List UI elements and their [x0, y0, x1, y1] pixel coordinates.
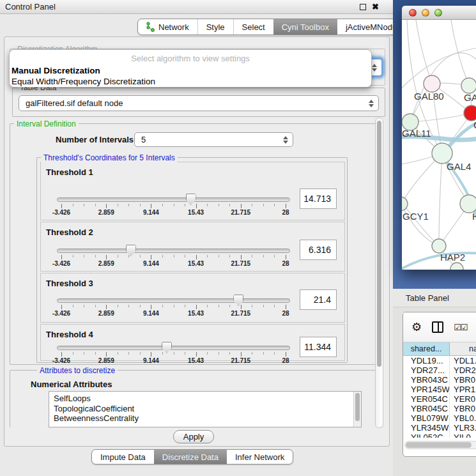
network-node[interactable]: [432, 239, 446, 253]
table-row[interactable]: YLR345WYLR3...: [403, 423, 476, 433]
tab-cyni-toolbox[interactable]: Cyni Toolbox: [273, 19, 337, 35]
table-horizontal-scrollbar[interactable]: [404, 441, 476, 449]
tick-mark: [174, 204, 174, 206]
network-edge[interactable]: [416, 20, 432, 84]
table-header-row: shared... na...: [403, 342, 476, 356]
slider-thumb[interactable]: [162, 342, 172, 353]
table-row[interactable]: YDL19...YDL1...: [403, 356, 476, 365]
slider-track[interactable]: [57, 197, 290, 202]
tab-network[interactable]: Network: [138, 19, 197, 35]
cell-shared-name[interactable]: YIL052C: [403, 433, 450, 438]
float-window-icon[interactable]: [360, 4, 366, 10]
close-traffic-light-icon[interactable]: [409, 9, 417, 17]
cell-name[interactable]: YPR1...: [450, 385, 476, 394]
cell-shared-name[interactable]: YBR045C: [403, 404, 450, 413]
slider-track[interactable]: [57, 298, 290, 303]
cell-name[interactable]: YBL0...: [450, 413, 476, 423]
number-of-intervals-combobox[interactable]: 5: [134, 132, 293, 147]
tick-label: 21.715: [223, 357, 259, 364]
cell-shared-name[interactable]: YER054C: [403, 394, 450, 404]
cell-name[interactable]: YIL0...: [450, 433, 476, 438]
cell-name[interactable]: YER0...: [450, 394, 476, 404]
threshold-value-field[interactable]: 6.316: [300, 240, 337, 260]
tick-mark: [174, 305, 174, 307]
tick-mark: [106, 255, 107, 259]
cell-name[interactable]: YLR3...: [450, 423, 476, 433]
cell-shared-name[interactable]: YDR27...: [403, 365, 450, 375]
attribute-list-item[interactable]: TopologicalCoefficient: [49, 404, 361, 414]
numerical-attributes-list[interactable]: SelfLoopsTopologicalCoefficientBetweenne…: [49, 391, 362, 427]
tick-mark: [207, 204, 208, 206]
network-node-label: GAL4: [447, 161, 471, 172]
network-node[interactable]: [464, 105, 476, 121]
attribute-list-item[interactable]: SelfLoops: [49, 394, 361, 404]
slider-track[interactable]: [57, 346, 290, 350]
cell-name[interactable]: YBR0...: [450, 404, 476, 413]
tick-mark: [196, 305, 197, 309]
table-data-combobox[interactable]: galFiltered.sif default node: [19, 95, 379, 111]
table-row[interactable]: YBR045CYBR0...: [403, 404, 476, 413]
slider-thumb[interactable]: [186, 194, 196, 205]
application-root: Control Panel ✖ Network Style Select Cyn…: [0, 0, 476, 476]
threshold-value-field[interactable]: 21.4: [300, 289, 337, 310]
tick-label: 15.43: [178, 209, 214, 216]
network-node[interactable]: [460, 195, 476, 213]
tick-mark: [274, 352, 275, 355]
minimize-traffic-light-icon[interactable]: [422, 9, 429, 17]
table-row[interactable]: YPR145WYPR1...: [403, 385, 476, 394]
network-view-window: GAL80GACGAL11GAL4GCY1HHAP2: [401, 5, 476, 270]
table-row[interactable]: YBR043CYBR0...: [403, 375, 476, 385]
select-columns-icon[interactable]: ☑☑: [454, 323, 467, 332]
network-canvas[interactable]: GAL80GACGAL11GAL4GCY1HHAP2: [402, 20, 476, 270]
cell-shared-name[interactable]: YBR043C: [403, 375, 450, 385]
list-scrollbar[interactable]: [353, 392, 361, 427]
tick-mark: [95, 204, 96, 206]
slider-thumb[interactable]: [126, 245, 136, 256]
apply-button[interactable]: Apply: [173, 430, 214, 443]
cell-name[interactable]: YBR0...: [450, 375, 476, 385]
table-row[interactable]: YDR27...YDR2...: [403, 365, 476, 375]
threshold-value-field[interactable]: 11.344: [300, 337, 337, 357]
cell-name[interactable]: YDL1...: [450, 356, 476, 365]
tab-discretize-data[interactable]: Discretize Data: [154, 450, 227, 464]
table-row[interactable]: YIL052CYIL0...: [403, 433, 476, 438]
dropdown-option-equal-width[interactable]: Equal Width/Frequency Discretization: [12, 77, 155, 86]
column-header-shared-name[interactable]: shared...: [403, 342, 450, 355]
cell-shared-name[interactable]: YDL19...: [403, 356, 450, 365]
attribute-list-item[interactable]: BetweennessCentrality: [49, 413, 361, 424]
cell-name[interactable]: YDR2...: [450, 365, 476, 375]
slider-thumb[interactable]: [233, 295, 243, 306]
tab-style[interactable]: Style: [197, 19, 233, 35]
gear-icon[interactable]: ⚙: [411, 321, 422, 333]
panel-vertical-scrollbar[interactable]: [375, 118, 383, 428]
tab-select[interactable]: Select: [233, 19, 273, 35]
tick-mark: [106, 305, 107, 309]
tab-infer-network[interactable]: Infer Network: [227, 450, 293, 464]
network-edge[interactable]: [439, 153, 442, 246]
split-columns-icon[interactable]: [432, 321, 443, 333]
dropdown-option-manual[interactable]: Manual Discretization: [12, 66, 100, 75]
table-row[interactable]: YBL079WYBL0...: [403, 413, 476, 423]
slider-track[interactable]: [57, 249, 290, 253]
tick-mark: [118, 204, 118, 206]
tick-mark: [219, 204, 219, 206]
network-node[interactable]: [461, 78, 476, 93]
tick-mark: [229, 352, 230, 355]
tick-mark: [196, 255, 197, 259]
threshold-value-field[interactable]: 14.713: [300, 188, 337, 209]
network-node[interactable]: [424, 75, 440, 92]
zoom-traffic-light-icon[interactable]: [434, 9, 442, 17]
tick-mark: [151, 255, 151, 259]
thresholds-group-title: Threshold's Coordinates for 5 Intervals: [41, 153, 178, 162]
network-graph: GAL80GACGAL11GAL4GCY1HHAP2: [402, 20, 476, 270]
tick-mark: [252, 255, 252, 257]
tab-impute-data[interactable]: Impute Data: [92, 450, 154, 464]
column-header-name[interactable]: na...: [450, 342, 476, 355]
close-icon[interactable]: ✖: [372, 4, 379, 10]
cell-shared-name[interactable]: YBL079W: [403, 413, 450, 423]
network-edge[interactable]: [410, 113, 472, 122]
tick-label: 28: [268, 260, 303, 267]
cell-shared-name[interactable]: YLR345W: [403, 423, 450, 433]
cell-shared-name[interactable]: YPR145W: [403, 385, 450, 394]
table-row[interactable]: YER054CYER0...: [403, 394, 476, 404]
